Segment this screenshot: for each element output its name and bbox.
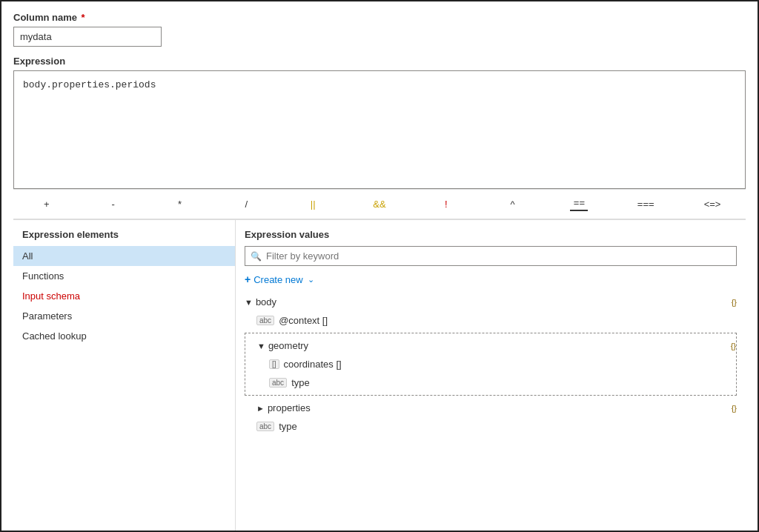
operator-multiply-button[interactable]: *	[147, 196, 213, 213]
required-indicator: *	[79, 12, 85, 23]
expression-section: Expression body.properties.periods	[13, 56, 746, 189]
expand-properties-icon: ►	[256, 404, 265, 413]
column-name-label: Column name *	[13, 12, 746, 23]
operator-and-button[interactable]: &&	[346, 196, 413, 213]
operators-bar: + - * / || && ! ^ == === <=>	[13, 189, 746, 219]
collapse-geometry-icon: ▼	[257, 342, 265, 350]
element-all[interactable]: All	[13, 246, 235, 266]
coordinates-label: coordinates []	[284, 359, 736, 370]
expression-values-title: Expression values	[245, 229, 737, 240]
plus-icon: +	[245, 273, 251, 285]
column-name-section: Column name *	[13, 12, 746, 56]
geometry-box: ▼ geometry {} [] coordinates [] abc type	[245, 333, 737, 396]
tree-item-context[interactable]: abc @context []	[245, 311, 737, 330]
element-parameters[interactable]: Parameters	[13, 306, 235, 326]
operator-strict-eq-button[interactable]: ===	[612, 196, 679, 213]
expression-editor[interactable]: body.properties.periods	[13, 70, 746, 189]
bracket-coordinates-icon: []	[269, 359, 279, 369]
tree-item-body[interactable]: ▼ body {}	[245, 293, 737, 311]
properties-label: properties	[268, 402, 732, 413]
tree-item-coordinates[interactable]: [] coordinates []	[245, 355, 736, 373]
column-name-input[interactable]	[13, 27, 162, 47]
tree-item-geometry[interactable]: ▼ geometry {}	[245, 336, 736, 355]
operator-divide-button[interactable]: /	[213, 196, 279, 213]
operator-spaceship-button[interactable]: <=>	[679, 196, 746, 213]
expression-elements-panel: Expression elements All Functions Input …	[13, 220, 236, 531]
type-1-label: type	[291, 377, 736, 388]
filter-input-container: 🔍	[245, 246, 737, 266]
type-2-label: type	[279, 421, 737, 432]
element-cached-lookup[interactable]: Cached lookup	[13, 326, 235, 346]
expression-values-panel: Expression values 🔍 + Create new ⌄ ▼ bod…	[236, 220, 746, 531]
abc-type2-icon: abc	[256, 422, 274, 431]
collapse-body-icon: ▼	[245, 298, 253, 307]
expression-code: body.properties.periods	[23, 79, 156, 90]
chevron-down-icon: ⌄	[308, 275, 314, 285]
operator-eq-button[interactable]: ==	[546, 194, 613, 214]
search-icon: 🔍	[251, 251, 262, 262]
abc-context-icon: abc	[256, 316, 274, 325]
properties-type-badge: {}	[732, 404, 737, 413]
filter-input[interactable]	[245, 246, 737, 266]
create-new-button[interactable]: + Create new ⌄	[245, 273, 314, 285]
body-type-badge: {}	[732, 298, 737, 307]
element-functions[interactable]: Functions	[13, 266, 235, 286]
operator-not-button[interactable]: !	[413, 196, 480, 213]
operator-caret-button[interactable]: ^	[480, 196, 546, 213]
geometry-label: geometry	[268, 340, 731, 351]
expression-elements-title: Expression elements	[13, 229, 235, 246]
main-container: Column name * Expression body.properties…	[1, 1, 758, 531]
geometry-type-badge: {}	[731, 342, 736, 350]
expression-label: Expression	[13, 56, 746, 67]
body-label: body	[256, 296, 732, 307]
operator-minus-button[interactable]: -	[80, 196, 147, 213]
abc-type1-icon: abc	[269, 378, 287, 388]
context-label: @context []	[279, 315, 737, 326]
tree-item-type-1[interactable]: abc type	[245, 373, 736, 392]
bottom-section: Expression elements All Functions Input …	[13, 219, 746, 531]
tree-item-properties[interactable]: ► properties {}	[245, 399, 737, 417]
create-new-label: Create new	[253, 274, 302, 285]
tree-item-type-2[interactable]: abc type	[245, 417, 737, 436]
element-input-schema[interactable]: Input schema	[13, 286, 235, 306]
operator-plus-button[interactable]: +	[13, 196, 80, 213]
operator-or-button[interactable]: ||	[279, 196, 346, 213]
